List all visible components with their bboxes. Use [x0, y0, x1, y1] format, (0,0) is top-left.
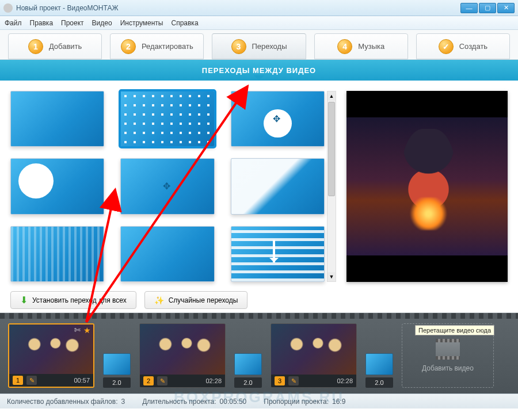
step-tab-create[interactable]: ✓ Создать — [416, 33, 510, 59]
magic-wand-icon: ✨ — [154, 296, 164, 305]
status-files-value: 3 — [121, 398, 125, 406]
timeline-clip[interactable]: ✄ ★ 1 ✎ 00:57 — [8, 323, 94, 388]
statusbar: Количество добавленных файлов: 3 Длитель… — [0, 394, 518, 408]
checkmark-icon: ✓ — [439, 39, 454, 54]
transition-thumb-selected[interactable] — [120, 91, 214, 147]
step-tab-add[interactable]: 1 Добавить — [8, 33, 102, 59]
step-badge-icon: 3 — [231, 39, 246, 54]
titlebar: Новый проект - ВидеоМОНТАЖ — ▢ ✕ — [0, 0, 518, 16]
menubar: Файл Правка Проект Видео Инструменты Спр… — [0, 16, 518, 30]
timeline-transition[interactable]: 2.0 — [231, 323, 265, 388]
add-video-dropzone[interactable]: Перетащите видео сюда Добавить видео — [402, 323, 494, 388]
timeline: ✄ ★ 1 ✎ 00:57 2.0 2 ✎ 02:28 2.0 3 ✎ 02:2… — [0, 313, 518, 394]
menu-project[interactable]: Проект — [61, 19, 84, 27]
section-header-title: ПЕРЕХОДЫ МЕЖДУ ВИДЕО — [202, 66, 316, 75]
transition-duration: 2.0 — [365, 377, 393, 388]
step-label: Создать — [459, 42, 487, 51]
transition-thumb[interactable]: ✥ — [231, 91, 325, 147]
transition-duration: 2.0 — [234, 377, 262, 388]
scroll-down-icon[interactable]: ▼ — [327, 272, 336, 281]
button-label: Случайные переходы — [169, 296, 238, 304]
clip-edit-icon[interactable]: ✎ — [26, 376, 37, 385]
transition-thumb[interactable] — [10, 158, 104, 214]
transition-thumb[interactable] — [120, 226, 214, 282]
menu-tools[interactable]: Инструменты — [120, 19, 163, 27]
app-icon — [3, 3, 13, 13]
star-icon: ★ — [83, 326, 91, 335]
move-icon: ✥ — [273, 113, 280, 124]
transition-slot-thumb[interactable] — [365, 353, 393, 375]
clip-edit-icon[interactable]: ✎ — [157, 376, 167, 385]
random-transitions-button[interactable]: ✨ Случайные переходы — [144, 291, 248, 309]
step-tab-music[interactable]: 4 Музыка — [314, 33, 408, 59]
menu-help[interactable]: Справка — [171, 19, 198, 27]
minimize-button[interactable]: — — [460, 3, 478, 13]
status-duration-value: 00:05:50 — [220, 398, 247, 406]
timeline-clip[interactable]: 3 ✎ 02:28 — [271, 323, 357, 388]
filmstrip-decoration — [0, 313, 518, 319]
transitions-gallery: ✥ ✥ — [10, 91, 325, 282]
section-header: ПЕРЕХОДЫ МЕЖДУ ВИДЕО — [0, 60, 518, 81]
clip-edit-icon[interactable]: ✎ — [288, 376, 299, 385]
scissors-icon: ✄ — [74, 326, 81, 334]
move-icon: ✥ — [163, 181, 170, 192]
status-duration-label: Длительность проекта: — [142, 398, 216, 406]
close-button[interactable]: ✕ — [497, 3, 515, 13]
apply-transition-all-button[interactable]: ⬇ Установить переход для всех — [10, 291, 136, 309]
step-label: Переходы — [252, 42, 287, 51]
step-tab-edit[interactable]: 2 Редактировать — [110, 33, 204, 59]
scroll-thumb[interactable] — [328, 102, 335, 196]
gallery-scrollbar[interactable]: ▲ ▼ — [327, 91, 336, 282]
timeline-transition[interactable]: 2.0 — [100, 323, 134, 388]
transition-thumb[interactable]: ✥ — [120, 158, 214, 214]
menu-edit[interactable]: Правка — [30, 19, 54, 27]
clip-duration: 02:28 — [337, 377, 353, 384]
transition-thumb[interactable] — [231, 226, 325, 282]
clip-index: 3 — [275, 376, 285, 385]
timeline-transition[interactable]: 2.0 — [363, 323, 396, 388]
step-tabs: 1 Добавить 2 Редактировать 3 Переходы 4 … — [0, 30, 518, 60]
maximize-button[interactable]: ▢ — [479, 3, 496, 13]
preview-frame — [346, 117, 508, 255]
download-arrow-icon: ⬇ — [20, 295, 28, 306]
transition-thumb[interactable] — [231, 158, 325, 214]
transition-duration: 2.0 — [103, 377, 131, 388]
window-title: Новый проект - ВидеоМОНТАЖ — [16, 4, 460, 12]
dropzone-tooltip: Перетащите видео сюда — [415, 325, 494, 335]
step-badge-icon: 4 — [337, 39, 352, 54]
clip-duration: 00:57 — [74, 377, 90, 384]
status-aspect-value: 16:9 — [332, 398, 345, 406]
status-aspect-label: Пропорции проекта: — [264, 398, 329, 406]
menu-file[interactable]: Файл — [5, 19, 22, 27]
button-label: Установить переход для всех — [32, 296, 127, 304]
status-files-label: Количество добавленных файлов: — [7, 398, 117, 406]
transition-thumb[interactable] — [10, 226, 104, 282]
transition-slot-thumb[interactable] — [103, 353, 131, 375]
scroll-up-icon[interactable]: ▲ — [327, 91, 336, 101]
menu-video[interactable]: Видео — [92, 19, 112, 27]
transition-thumb[interactable] — [10, 91, 104, 147]
step-label: Музыка — [358, 42, 384, 51]
content-area: ✥ ✥ ▲ ▼ — [0, 81, 518, 288]
film-icon — [436, 339, 460, 360]
timeline-clip[interactable]: 2 ✎ 02:28 — [139, 323, 226, 388]
preview-panel — [346, 91, 508, 282]
add-video-label: Добавить видео — [422, 364, 474, 372]
step-label: Добавить — [49, 42, 82, 51]
clip-duration: 02:28 — [205, 377, 222, 384]
buttons-row: ⬇ Установить переход для всех ✨ Случайны… — [0, 288, 518, 313]
clip-index: 1 — [13, 376, 23, 385]
transition-slot-thumb[interactable] — [234, 353, 262, 375]
step-label: Редактировать — [142, 42, 193, 51]
step-badge-icon: 1 — [28, 39, 43, 54]
step-tab-transitions[interactable]: 3 Переходы — [212, 33, 306, 59]
clip-index: 2 — [143, 376, 154, 385]
step-badge-icon: 2 — [121, 39, 136, 54]
